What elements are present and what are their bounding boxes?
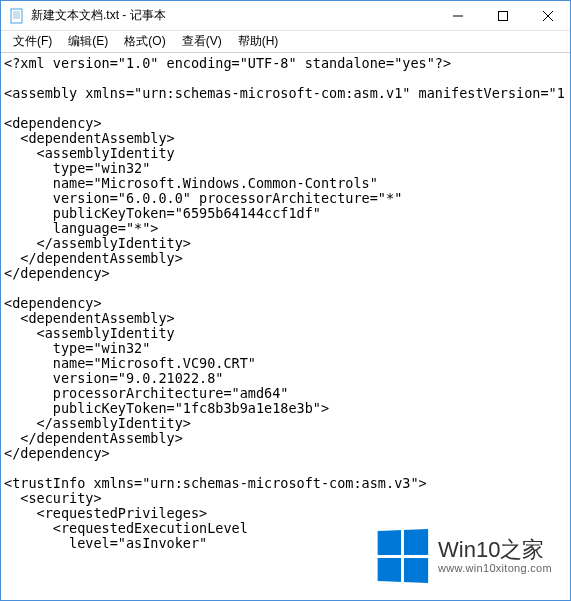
window-title: 新建文本文档.txt - 记事本 [31, 7, 435, 24]
menu-edit[interactable]: 编辑(E) [60, 31, 116, 52]
svg-rect-6 [498, 11, 507, 20]
menubar: 文件(F) 编辑(E) 格式(O) 查看(V) 帮助(H) [1, 31, 570, 53]
menu-file[interactable]: 文件(F) [5, 31, 60, 52]
window-controls [435, 1, 570, 30]
menu-format[interactable]: 格式(O) [116, 31, 173, 52]
editor-area[interactable]: <?xml version="1.0" encoding="UTF-8" sta… [2, 54, 569, 599]
minimize-button[interactable] [435, 1, 480, 30]
maximize-button[interactable] [480, 1, 525, 30]
menu-view[interactable]: 查看(V) [174, 31, 230, 52]
editor-text[interactable]: <?xml version="1.0" encoding="UTF-8" sta… [2, 54, 569, 553]
menu-help[interactable]: 帮助(H) [230, 31, 287, 52]
notepad-icon [9, 8, 25, 24]
titlebar: 新建文本文档.txt - 记事本 [1, 1, 570, 31]
close-button[interactable] [525, 1, 570, 30]
